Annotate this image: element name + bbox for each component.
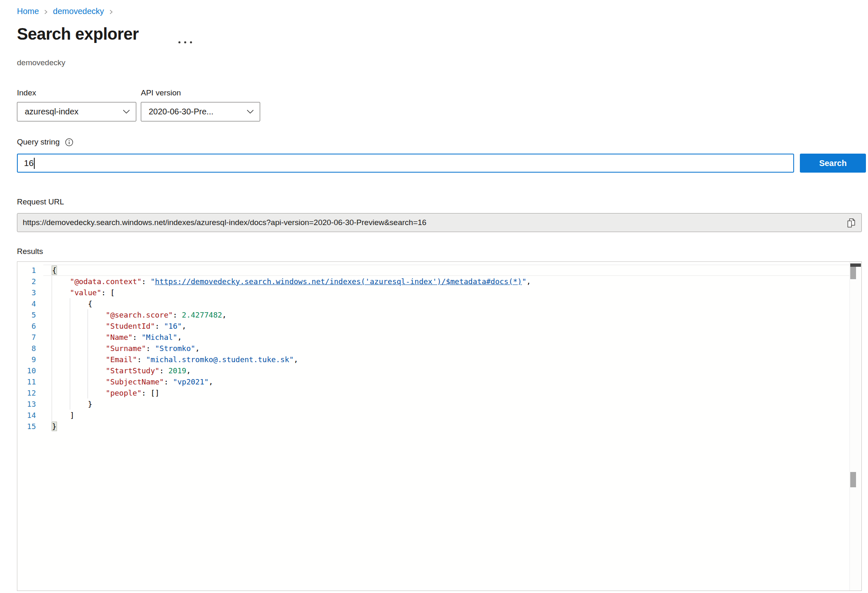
code-token: , <box>222 311 227 319</box>
index-label: Index <box>17 88 36 97</box>
code-token: 2.4277482 <box>182 311 222 319</box>
line-number: 8 <box>17 343 43 354</box>
line-number: 7 <box>17 332 43 343</box>
line-number: 2 <box>17 276 43 287</box>
code-token <box>52 322 106 330</box>
scrollbar-thumb[interactable] <box>850 472 856 487</box>
editor-line[interactable]: "Email": "michal.stromko@.student.tuke.s… <box>43 354 850 365</box>
api-version-select[interactable]: 2020-06-30-Pre... <box>141 102 260 121</box>
editor-line[interactable]: "SubjectName": "vp2021", <box>43 376 850 387</box>
results-label: Results <box>17 247 43 256</box>
breadcrumb-link-home[interactable]: Home <box>17 7 39 16</box>
code-token: "StartStudy" <box>106 366 159 375</box>
code-token: : <box>137 355 146 364</box>
code-token <box>52 277 70 286</box>
page-subtitle: demovedecky <box>17 58 65 67</box>
code-token: : <box>146 344 155 353</box>
results-json-editor[interactable]: 123456789101112131415 { "@odata.context"… <box>17 261 862 591</box>
editor-line[interactable]: "Surname": "Stromko", <box>43 343 850 354</box>
code-token: ] <box>52 411 74 420</box>
code-token: "Surname" <box>106 344 146 353</box>
code-token: "value" <box>70 288 101 297</box>
line-number: 5 <box>17 309 43 320</box>
code-token <box>52 311 106 319</box>
line-number: 10 <box>17 365 43 376</box>
code-token: " <box>522 277 526 286</box>
code-token: : <box>173 311 182 319</box>
editor-line[interactable]: "StartStudy": 2019, <box>43 365 850 376</box>
code-token: : <box>159 366 168 375</box>
code-token: , <box>294 355 298 364</box>
code-token: https://demovedecky.search.windows.net/i… <box>155 277 522 286</box>
line-number: 14 <box>17 410 43 421</box>
more-options-icon[interactable] <box>177 40 194 45</box>
search-button[interactable]: Search <box>800 154 866 173</box>
code-token: "people" <box>106 389 142 397</box>
code-token <box>52 333 106 342</box>
editor-line[interactable]: "value": [ <box>43 287 850 298</box>
info-icon[interactable] <box>65 138 74 147</box>
code-token: : <box>164 377 173 386</box>
editor-line[interactable]: } <box>43 421 850 432</box>
api-version-select-value: 2020-06-30-Pre... <box>149 107 213 116</box>
breadcrumb: Home demovedecky <box>17 7 114 16</box>
editor-scrollbar[interactable] <box>849 262 861 591</box>
code-token: , <box>182 322 186 330</box>
code-token: : [ <box>101 288 115 297</box>
index-select[interactable]: azuresql-index <box>17 102 136 121</box>
editor-line[interactable]: } <box>43 398 850 410</box>
breadcrumb-link-demovedecky[interactable]: demovedecky <box>53 7 104 16</box>
editor-line[interactable]: "Name": "Michal", <box>43 332 850 343</box>
query-string-input[interactable]: 16 <box>17 154 794 173</box>
line-number: 12 <box>17 387 43 398</box>
editor-line[interactable]: "@search.score": 2.4277482, <box>43 309 850 320</box>
editor-line[interactable]: "@odata.context": "https://demovedecky.s… <box>43 276 850 287</box>
code-token: , <box>526 277 531 286</box>
code-token: , <box>209 377 213 386</box>
code-token: "SubjectName" <box>106 377 164 386</box>
copy-icon[interactable] <box>844 215 859 230</box>
request-url-label: Request URL <box>17 197 64 206</box>
code-token: "@search.score" <box>106 311 173 319</box>
code-token: , <box>177 333 182 342</box>
text-caret <box>34 158 35 169</box>
overview-ruler-cursor-marker <box>850 263 861 267</box>
editor-line[interactable]: "people": [] <box>43 387 850 398</box>
line-number: 9 <box>17 354 43 365</box>
code-token: } <box>52 400 92 408</box>
code-token <box>52 288 70 297</box>
code-token: : <box>133 333 142 342</box>
line-number: 13 <box>17 398 43 410</box>
editor-line[interactable]: "StudentId": "16", <box>43 320 850 332</box>
editor-line[interactable]: ] <box>43 410 850 421</box>
code-token: "StudentId" <box>106 322 155 330</box>
request-url-field[interactable]: https://demovedecky.search.windows.net/i… <box>17 213 862 232</box>
scrollbar-thumb[interactable] <box>850 267 856 279</box>
code-token: "Email" <box>106 355 137 364</box>
editor-content[interactable]: { "@odata.context": "https://demovedecky… <box>43 265 850 432</box>
code-token <box>52 377 106 386</box>
line-number: 6 <box>17 320 43 332</box>
editor-line[interactable]: { <box>43 265 850 276</box>
index-select-value: azuresql-index <box>25 107 78 116</box>
line-number: 1 <box>17 265 43 276</box>
code-token: { <box>52 299 92 308</box>
chevron-down-icon <box>247 109 254 114</box>
line-number: 11 <box>17 376 43 387</box>
code-token: "@odata.context" <box>70 277 141 286</box>
chevron-down-icon <box>123 109 130 114</box>
line-number: 3 <box>17 287 43 298</box>
code-token <box>52 344 106 353</box>
code-token: : <box>155 322 164 330</box>
code-token: "16" <box>164 322 182 330</box>
code-token <box>52 355 106 364</box>
code-token: " <box>150 277 155 286</box>
api-version-label: API version <box>141 88 181 97</box>
code-token: : <box>142 277 151 286</box>
chevron-right-icon <box>109 9 114 15</box>
query-string-label: Query string <box>17 138 59 147</box>
bracket-match-highlight: } <box>52 422 57 431</box>
code-token: "Michal" <box>142 333 178 342</box>
editor-line[interactable]: { <box>43 298 850 309</box>
code-token: "Stromko" <box>155 344 195 353</box>
